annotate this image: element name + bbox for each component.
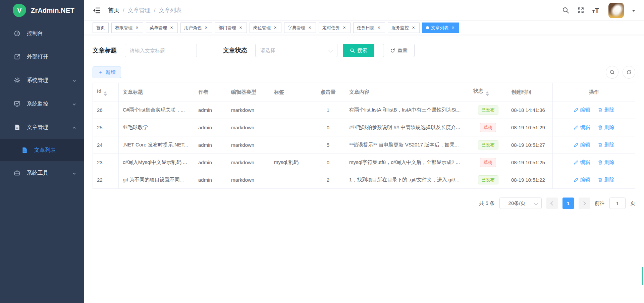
sidebar-item-dashboard[interactable]: 控制台 — [0, 21, 84, 45]
search-icon — [609, 70, 615, 75]
tab-7[interactable]: 定时任务× — [319, 23, 351, 33]
close-icon[interactable]: × — [135, 25, 140, 30]
page-content: 文章标题 文章状态 请选择 搜索 重置 ＋ — [84, 35, 644, 303]
tab-3[interactable]: 用户角色× — [180, 23, 212, 33]
sort-icon[interactable] — [104, 91, 107, 96]
breadcrumb-home[interactable]: 首页 — [108, 6, 119, 14]
plus-icon: ＋ — [98, 70, 103, 75]
cell-title: .NET Core 发布时提示.NET... — [119, 136, 194, 154]
tabs-bar: 首页权限管理×菜单管理×用户角色×部门管理×岗位管理×字典管理×定时任务×任务日… — [84, 21, 644, 35]
sidebar-collapse-icon[interactable] — [93, 6, 101, 14]
tab-6[interactable]: 字典管理× — [284, 23, 316, 33]
delete-icon — [598, 125, 603, 130]
add-button[interactable]: ＋ 新增 — [93, 67, 121, 78]
app-logo[interactable]: V ZrAdmin.NET — [0, 0, 84, 21]
search-form: 文章标题 文章状态 请选择 搜索 重置 — [93, 44, 635, 57]
cell-ops: 编辑删除 — [553, 136, 635, 154]
close-icon[interactable]: × — [169, 25, 174, 30]
tab-5[interactable]: 岗位管理× — [250, 23, 281, 33]
close-icon[interactable]: × — [450, 25, 455, 30]
caret-down-icon[interactable] — [632, 10, 635, 13]
goto-page-input[interactable] — [609, 198, 626, 209]
pagination: 共 5 条 20条/页 1 前往 页 — [93, 198, 635, 209]
refresh-button[interactable] — [623, 66, 635, 79]
close-icon[interactable]: × — [376, 25, 381, 30]
table-toolbar: ＋ 新增 — [93, 66, 635, 79]
delete-button[interactable]: 删除 — [598, 107, 614, 113]
cell-id: 22 — [93, 171, 119, 189]
table-row: 24.NET Core 发布时提示.NET...adminmarkdown5**… — [93, 136, 635, 154]
font-size-icon[interactable]: TT — [592, 7, 599, 14]
column-label: id — [97, 88, 101, 94]
delete-button[interactable]: 删除 — [598, 159, 614, 166]
sidebar-item-article-list[interactable]: 文章列表 — [0, 139, 84, 161]
search-button[interactable]: 搜索 — [343, 44, 374, 57]
chevron-down-icon — [72, 78, 76, 83]
edit-button[interactable]: 编辑 — [574, 177, 590, 183]
chevron-up-icon — [72, 125, 76, 130]
close-icon[interactable]: × — [342, 25, 347, 30]
cell-title: 羽毛球教学 — [119, 119, 194, 136]
external-link-icon — [13, 53, 21, 60]
cell-editor: markdown — [227, 119, 270, 136]
delete-button[interactable]: 删除 — [598, 124, 614, 131]
cell-author: admin — [194, 101, 227, 119]
close-icon[interactable]: × — [238, 25, 243, 30]
reset-button[interactable]: 重置 — [383, 44, 415, 57]
column-header-title: 文章标题 — [119, 83, 194, 101]
edit-icon — [574, 177, 579, 182]
sidebar-item-external-open[interactable]: 外部打开 — [0, 45, 84, 69]
close-icon[interactable]: × — [411, 25, 416, 30]
fullscreen-icon[interactable] — [577, 7, 584, 14]
cell-editor: markdown — [227, 101, 270, 119]
sort-icon[interactable] — [486, 91, 489, 96]
tab-8[interactable]: 任务日志× — [353, 23, 385, 33]
next-page-button[interactable] — [579, 198, 590, 209]
prev-page-button[interactable] — [546, 198, 558, 209]
toggle-search-button[interactable] — [606, 66, 619, 79]
close-icon[interactable]: × — [273, 25, 278, 30]
cell-status: 草稿 — [469, 154, 507, 171]
scrollbar-thumb[interactable] — [642, 267, 643, 285]
sidebar-menu: 控制台 外部打开 系统管理 系统监控 — [0, 21, 84, 185]
total-count: 共 5 条 — [479, 200, 495, 207]
page-1-button[interactable]: 1 — [562, 198, 574, 209]
cell-hits: 1 — [311, 101, 345, 119]
tab-4[interactable]: 部门管理× — [215, 23, 247, 33]
user-avatar[interactable] — [608, 3, 624, 18]
column-label: 标签 — [274, 89, 284, 95]
column-header-id[interactable]: id — [93, 83, 119, 101]
close-icon[interactable]: × — [307, 25, 312, 30]
tab-2[interactable]: 菜单管理× — [146, 23, 178, 33]
tab-9[interactable]: 服务监控× — [388, 23, 420, 33]
delete-button[interactable]: 删除 — [598, 177, 614, 183]
tab-1[interactable]: 权限管理× — [111, 23, 143, 33]
cell-title: c#写入Mysql中文显示乱码 ... — [119, 154, 194, 171]
edit-button[interactable]: 编辑 — [574, 124, 590, 131]
cell-ops: 编辑删除 — [553, 119, 635, 136]
article-status-select[interactable]: 请选择 — [255, 44, 337, 57]
search-icon[interactable] — [562, 7, 569, 14]
tab-10[interactable]: 文章列表× — [422, 23, 459, 33]
cell-content: **错误提示** 当电脑更新 VS2017 版本后，如果... — [345, 136, 469, 154]
delete-button[interactable]: 删除 — [598, 142, 614, 148]
edit-button[interactable]: 编辑 — [574, 107, 590, 113]
search-icon — [350, 48, 355, 53]
edit-button[interactable]: 编辑 — [574, 142, 590, 148]
tab-0[interactable]: 首页 — [93, 23, 109, 33]
column-header-hits: 点击量 — [311, 83, 345, 101]
close-icon[interactable]: × — [204, 25, 209, 30]
article-title-input[interactable] — [125, 44, 197, 57]
page-size-select[interactable]: 20条/页 — [499, 198, 542, 209]
sidebar-item-system-monitor[interactable]: 系统监控 — [0, 92, 84, 116]
chevron-down-icon — [72, 171, 76, 175]
cell-content: 有两个list,listA 和listB，listA中有三个属性列为St... — [345, 101, 469, 119]
sidebar-item-system-tools[interactable]: 系统工具 — [0, 161, 84, 185]
column-header-status[interactable]: 状态 — [469, 83, 507, 101]
column-label: 文章内容 — [349, 89, 369, 95]
sidebar-item-article-manage[interactable]: 文章管理 — [0, 116, 84, 139]
column-label: 创建时间 — [511, 89, 531, 95]
delete-icon — [598, 107, 603, 113]
sidebar-item-system-manage[interactable]: 系统管理 — [0, 69, 84, 92]
edit-button[interactable]: 编辑 — [574, 159, 590, 166]
